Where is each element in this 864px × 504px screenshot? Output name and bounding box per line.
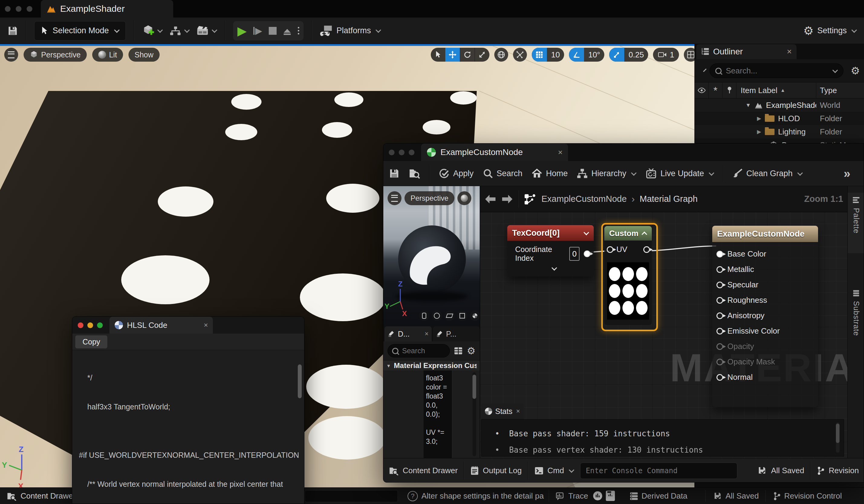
custom-uv-input-pin[interactable] — [607, 246, 613, 253]
custom-output-pin[interactable] — [643, 246, 650, 253]
macos-minimize-button[interactable] — [399, 150, 405, 155]
trace-button[interactable]: Trace — [556, 488, 588, 504]
outliner-row-hlod[interactable]: ▶ HLOD Folder — [695, 112, 864, 125]
property-matrix-icon[interactable] — [454, 347, 463, 355]
collapse-chevron-icon[interactable] — [584, 230, 589, 235]
macos-minimize-button[interactable] — [16, 6, 22, 12]
content-drawer-button[interactable]: Content Drawer — [7, 488, 75, 504]
expand-caret-icon[interactable]: ▶ — [757, 115, 761, 122]
all-saved-indicator[interactable]: All Saved — [713, 488, 759, 504]
hlsl-code-area[interactable]: */ half3x3 TangentToWorld; #if USE_WORLD… — [72, 350, 304, 504]
normal-pin[interactable] — [717, 374, 723, 381]
live-update-dropdown[interactable]: Live Update — [646, 168, 714, 179]
insights-icon[interactable] — [593, 491, 602, 500]
home-button[interactable]: Home — [531, 168, 568, 179]
tab-outliner[interactable]: Outliner × — [696, 44, 796, 59]
shape-plane-button[interactable] — [444, 311, 455, 321]
search-options-chevron-icon[interactable] — [832, 67, 838, 73]
column-type[interactable]: Type — [816, 83, 864, 98]
copy-button[interactable]: Copy — [75, 335, 107, 348]
stats-scrollbar[interactable] — [836, 422, 840, 453]
settings-dropdown[interactable]: ⚙ Settings — [803, 26, 857, 35]
node-texcoord[interactable]: TexCoord[0] Coordinate Index 0 — [507, 225, 594, 276]
rotate-tool-button[interactable] — [460, 48, 475, 62]
anisotropy-pin[interactable] — [717, 312, 723, 319]
hierarchy-dropdown[interactable]: Hierarchy — [577, 168, 636, 179]
macos-zoom-button[interactable] — [409, 150, 415, 155]
tab-details[interactable]: D... × — [385, 326, 432, 342]
pin-row-roughness[interactable]: Roughness — [712, 293, 818, 308]
viewport-menu-button[interactable] — [4, 48, 18, 62]
tab-exampleshader[interactable]: ExampleShader — [41, 0, 173, 17]
node-custom[interactable]: Custom UV — [604, 226, 652, 325]
node-result-examplecustomnode[interactable]: ExampleCustomNode Base Color Metallic Sp… — [712, 226, 818, 407]
opacity-pin[interactable] — [717, 343, 723, 350]
toolbar-overflow-button[interactable]: » — [844, 167, 850, 180]
scale-snap-control[interactable]: 0.25 — [609, 48, 648, 62]
roughness-pin[interactable] — [717, 297, 723, 304]
material-console-input[interactable] — [580, 463, 737, 479]
expand-node-chevron-icon[interactable] — [551, 265, 557, 270]
hlsl-scrollbar[interactable] — [298, 356, 302, 498]
details-search-input[interactable] — [401, 346, 436, 355]
coordinate-index-value[interactable]: 0 — [569, 247, 579, 261]
status-console-input[interactable] — [305, 490, 398, 502]
outliner-search[interactable] — [709, 63, 843, 78]
forward-icon[interactable] — [501, 194, 513, 204]
move-tool-button[interactable] — [445, 48, 460, 62]
pin-row-anisotropy[interactable]: Anisotropy — [712, 308, 818, 323]
tab-examplecustomnode[interactable]: ExampleCustomNode × — [421, 144, 568, 161]
metallic-pin[interactable] — [717, 266, 723, 273]
macos-minimize-button[interactable] — [87, 322, 93, 328]
viewport-show-dropdown[interactable]: Show — [129, 48, 160, 62]
column-item-label[interactable]: Item Label▲ — [736, 83, 816, 98]
eject-button[interactable] — [284, 29, 290, 33]
save-icon[interactable] — [7, 25, 18, 36]
pin-row-normal[interactable]: Normal — [712, 370, 818, 385]
outliner-search-input[interactable] — [725, 66, 828, 76]
selection-mode-dropdown[interactable]: Selection Mode — [34, 21, 126, 40]
pin-row-metallic[interactable]: Metallic — [712, 262, 818, 277]
expand-caret-icon[interactable]: ▼ — [745, 102, 751, 109]
breadcrumb-root[interactable]: ExampleCustomNode — [541, 194, 627, 204]
opacity-mask-pin[interactable] — [717, 359, 723, 365]
pin-row-specular[interactable]: Specular — [712, 277, 818, 293]
pin-row-emissive-color[interactable]: Emissive Color — [712, 323, 818, 339]
close-icon[interactable]: × — [516, 407, 520, 415]
pin-row-opacity[interactable]: Opacity — [712, 339, 818, 354]
cmd-dropdown[interactable]: Cmd — [534, 466, 574, 476]
details-scrollbar[interactable] — [472, 372, 476, 456]
macos-close-button[interactable] — [5, 6, 11, 12]
camera-speed-control[interactable]: 1 — [653, 48, 679, 62]
shape-custom-mesh-button[interactable] — [470, 311, 480, 321]
macos-close-button[interactable] — [78, 322, 83, 328]
pin-row-base-color[interactable]: Base Color — [712, 242, 818, 262]
custom-code-cell[interactable]: float3 color = float3 0.0, 0.0); UV *= 3… — [423, 370, 452, 458]
tab-parameters[interactable]: P... — [433, 326, 480, 342]
revision-control-button[interactable]: Revision Control — [773, 488, 842, 504]
details-category-header[interactable]: ▼ Material Expression Cus — [383, 360, 480, 371]
collapse-chevron-icon[interactable] — [641, 232, 647, 237]
expand-caret-icon[interactable]: ▶ — [757, 128, 761, 135]
material-preview-pane[interactable]: Perspective Z Y X — [383, 186, 480, 326]
cinematics-button[interactable] — [196, 25, 217, 37]
specular-pin[interactable] — [717, 282, 723, 288]
filter-chevron-icon[interactable] — [703, 68, 707, 72]
breadcrumb-current[interactable]: Material Graph — [640, 194, 698, 204]
viewport-perspective-dropdown[interactable]: Perspective — [24, 48, 87, 62]
details-search[interactable] — [387, 344, 450, 357]
macos-close-button[interactable] — [389, 150, 395, 155]
close-icon[interactable]: × — [425, 330, 429, 338]
tab-hlsl-code[interactable]: HLSL Code × — [109, 317, 213, 334]
select-tool-button[interactable] — [431, 48, 445, 62]
derived-data-button[interactable]: Derived Data — [629, 488, 687, 504]
shape-cube-button[interactable] — [457, 311, 467, 321]
angle-snap-control[interactable]: 10° — [569, 48, 604, 62]
platforms-dropdown[interactable]: Platforms — [320, 25, 381, 37]
all-saved-indicator[interactable]: All Saved — [758, 466, 804, 476]
column-visibility[interactable] — [695, 83, 709, 98]
pin-row-opacity-mask[interactable]: Opacity Mask — [712, 354, 818, 370]
macos-zoom-button[interactable] — [97, 322, 103, 328]
apply-button[interactable]: Apply — [439, 168, 474, 179]
browse-to-asset-icon[interactable] — [409, 168, 420, 179]
